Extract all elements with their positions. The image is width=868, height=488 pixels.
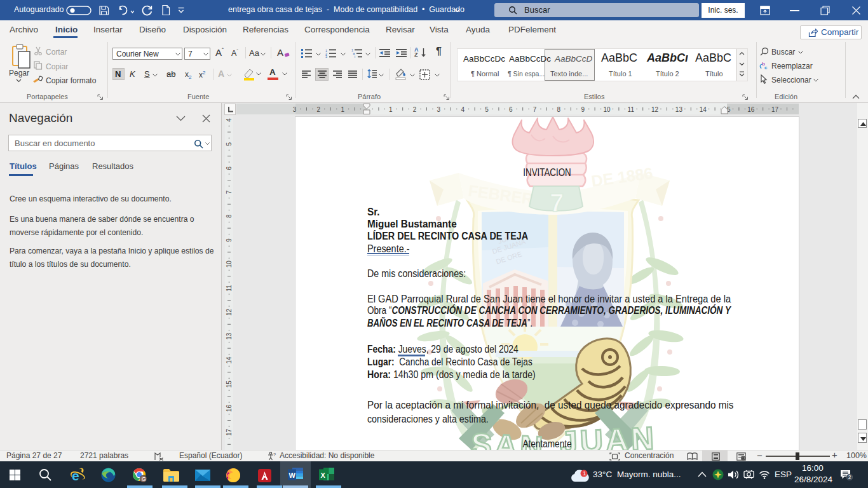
- svg-text:13: 13: [226, 332, 233, 340]
- svg-text:16: 16: [226, 405, 233, 412]
- svg-text:14: 14: [226, 356, 233, 364]
- svg-text:14: 14: [700, 106, 707, 113]
- svg-text:11: 11: [226, 285, 233, 292]
- svg-text:i: i: [355, 55, 355, 58]
- svg-text:c: c: [764, 65, 768, 71]
- svg-text:5: 5: [226, 142, 233, 146]
- svg-text:17: 17: [771, 106, 779, 113]
- svg-text:3: 3: [293, 106, 297, 113]
- svg-text:3: 3: [325, 55, 327, 58]
- svg-text:6: 6: [509, 106, 513, 113]
- svg-text:X: X: [321, 471, 326, 479]
- svg-text:12: 12: [651, 106, 659, 113]
- svg-text:1: 1: [583, 470, 586, 477]
- svg-text:6: 6: [226, 166, 233, 170]
- svg-text:8: 8: [557, 106, 561, 113]
- svg-text:13: 13: [675, 106, 683, 113]
- svg-text:10: 10: [226, 261, 233, 268]
- svg-text:2: 2: [413, 106, 417, 113]
- svg-text:2: 2: [317, 106, 321, 113]
- svg-text:W: W: [289, 471, 296, 479]
- svg-text:2: 2: [848, 474, 851, 480]
- svg-text:15: 15: [226, 381, 233, 388]
- svg-text:7: 7: [533, 106, 537, 113]
- svg-text:G: G: [142, 476, 146, 482]
- svg-text:12: 12: [226, 308, 233, 316]
- svg-text:8: 8: [226, 214, 233, 218]
- svg-text:4: 4: [226, 118, 233, 122]
- svg-text:10: 10: [603, 106, 611, 113]
- svg-text:5: 5: [485, 106, 489, 113]
- svg-text:?: ?: [273, 452, 276, 458]
- svg-text:9: 9: [581, 106, 585, 113]
- svg-text:4: 4: [461, 106, 465, 113]
- svg-text:11: 11: [628, 106, 635, 113]
- svg-text:1: 1: [389, 106, 393, 113]
- svg-text:9: 9: [226, 238, 233, 242]
- svg-text:3: 3: [437, 106, 441, 113]
- svg-text:7: 7: [550, 189, 564, 217]
- svg-text:e: e: [72, 468, 79, 483]
- svg-text:16: 16: [747, 106, 755, 113]
- svg-text:17: 17: [226, 428, 233, 436]
- svg-text:7: 7: [226, 190, 233, 194]
- svg-text:1: 1: [341, 106, 344, 113]
